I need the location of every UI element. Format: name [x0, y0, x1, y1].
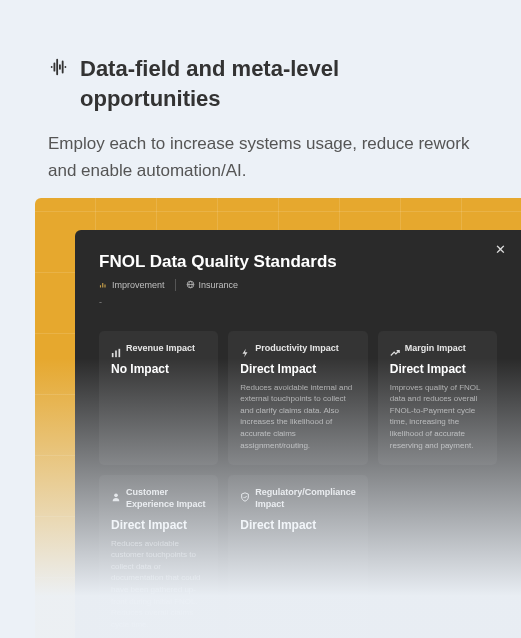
- page-header: Data-field and meta-level opportunities …: [0, 0, 521, 184]
- modal-sub: -: [99, 297, 497, 307]
- app-frame: ✕ FNOL Data Quality Standards Improvemen…: [35, 198, 521, 638]
- improvement-tag: Improvement: [99, 280, 165, 291]
- title-row: Data-field and meta-level opportunities: [48, 54, 473, 113]
- page-subtitle: Employ each to increase systems usage, r…: [48, 131, 473, 184]
- card-label: Productivity Impact: [255, 343, 339, 355]
- card-label: Margin Impact: [405, 343, 466, 355]
- svg-point-4: [114, 494, 118, 498]
- card-value: Direct Impact: [111, 518, 206, 532]
- page-title: Data-field and meta-level opportunities: [80, 54, 473, 113]
- card-value: Direct Impact: [390, 362, 485, 376]
- card-margin: Margin Impact Direct Impact Improves qua…: [378, 331, 497, 465]
- card-body: Reduces avoidable customer touchpoints t…: [111, 538, 206, 631]
- trend-up-icon: [390, 344, 400, 354]
- insurance-tag-label: Insurance: [199, 280, 239, 290]
- card-revenue: Revenue Impact No Impact: [99, 331, 218, 465]
- svg-rect-1: [112, 353, 114, 357]
- svg-rect-2: [115, 351, 117, 358]
- bar-chart-icon: [111, 344, 121, 354]
- tag-separator: [175, 279, 176, 291]
- card-placeholder: [378, 475, 497, 638]
- svg-rect-3: [119, 349, 121, 357]
- close-icon[interactable]: ✕: [492, 240, 509, 259]
- card-customer-experience: Customer Experience Impact Direct Impact…: [99, 475, 218, 638]
- card-regulatory: Regulatory/Compliance Impact Direct Impa…: [228, 475, 368, 638]
- card-value: Direct Impact: [240, 362, 356, 376]
- waveform-icon: [48, 56, 70, 82]
- cards-grid: Revenue Impact No Impact Productivity Im…: [99, 331, 497, 638]
- card-label: Revenue Impact: [126, 343, 195, 355]
- insurance-icon: [186, 280, 195, 291]
- shield-check-icon: [240, 488, 250, 498]
- card-body: Reduces avoidable internal and external …: [240, 382, 356, 452]
- bolt-icon: [240, 344, 250, 354]
- tag-row: Improvement Insurance: [99, 279, 497, 291]
- modal-title: FNOL Data Quality Standards: [99, 252, 497, 272]
- card-body: Improves quality of FNOL data and reduce…: [390, 382, 485, 452]
- improvement-tag-label: Improvement: [112, 280, 165, 290]
- user-icon: [111, 488, 121, 498]
- card-value: No Impact: [111, 362, 206, 376]
- card-value: Direct Impact: [240, 518, 356, 532]
- card-productivity: Productivity Impact Direct Impact Reduce…: [228, 331, 368, 465]
- card-label: Customer Experience Impact: [126, 487, 206, 510]
- insurance-tag: Insurance: [186, 280, 239, 291]
- improvement-icon: [99, 280, 108, 291]
- modal: ✕ FNOL Data Quality Standards Improvemen…: [75, 230, 521, 638]
- card-label: Regulatory/Compliance Impact: [255, 487, 356, 510]
